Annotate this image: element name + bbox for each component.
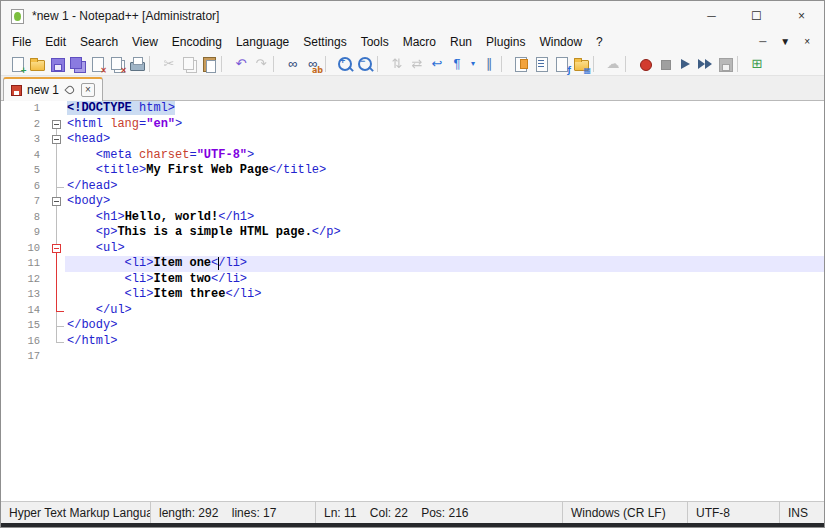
stop-recording-icon[interactable]: [656, 55, 674, 73]
line-number: 9: [1, 225, 49, 241]
minimize-button[interactable]: ─: [689, 1, 734, 31]
doc-restore-icon[interactable]: ▼: [780, 37, 790, 47]
code-line[interactable]: </ul>: [65, 303, 824, 319]
code-line[interactable]: <title>My First Web Page</title>: [65, 163, 824, 179]
code-line[interactable]: </body>: [65, 318, 824, 334]
code-token: lang: [110, 117, 139, 131]
record-macro-icon[interactable]: [636, 55, 654, 73]
code-line[interactable]: <!DOCTYPE html>: [65, 101, 824, 117]
show-symbol-dropdown-icon[interactable]: ▾: [468, 55, 478, 73]
sync-vertical-scrolling-icon[interactable]: ⇅: [388, 55, 406, 73]
code-token: Item two: [153, 272, 211, 286]
code-line[interactable]: <body>: [65, 194, 824, 210]
fold-marker[interactable]: [52, 120, 61, 129]
new-file-icon[interactable]: +: [8, 55, 26, 73]
toolbar-separator: [593, 56, 600, 72]
code-line[interactable]: <li>Item one</li>: [65, 256, 824, 272]
editor[interactable]: 1<!DOCTYPE html>2<html lang="en">3<head>…: [1, 101, 824, 501]
menu-window[interactable]: Window: [532, 33, 589, 51]
redo-icon[interactable]: ↷: [252, 55, 270, 73]
code-line[interactable]: <h1>Hello, world!</h1>: [65, 210, 824, 226]
show-all-characters-icon[interactable]: ¶: [448, 55, 466, 73]
document-list-icon[interactable]: [532, 55, 550, 73]
code-line[interactable]: <ul>: [65, 241, 824, 257]
unsaved-indicator-icon: [11, 85, 22, 96]
fold-marker[interactable]: [52, 135, 61, 144]
toolbar-separator: [273, 56, 280, 72]
code-line[interactable]: <li>Item three</li>: [65, 287, 824, 303]
menu-tools[interactable]: Tools: [354, 33, 396, 51]
code-line[interactable]: </html>: [65, 334, 824, 350]
menu-edit[interactable]: Edit: [38, 33, 73, 51]
menu-settings[interactable]: Settings: [296, 33, 353, 51]
code-line[interactable]: [65, 349, 824, 365]
line-number: 8: [1, 210, 49, 226]
fold-marker[interactable]: [52, 197, 61, 206]
paste-icon[interactable]: [200, 55, 218, 73]
code-token: >: [247, 148, 254, 162]
editor-line: 14 </ul>: [1, 303, 824, 319]
undo-icon[interactable]: ↶: [232, 55, 250, 73]
function-list-icon[interactable]: ƒ: [552, 55, 570, 73]
plugins-admin-icon[interactable]: ⊞: [748, 55, 766, 73]
code-line[interactable]: <html lang="en">: [65, 117, 824, 133]
code-line[interactable]: <li>Item two</li>: [65, 272, 824, 288]
editor-line: 13 <li>Item three</li>: [1, 287, 824, 303]
copy-icon[interactable]: [180, 55, 198, 73]
status-eol-format[interactable]: Windows (CR LF): [563, 502, 688, 523]
doc-minimize-icon[interactable]: ─: [759, 37, 766, 47]
zoom-out-icon[interactable]: −: [356, 55, 374, 73]
word-wrap-icon[interactable]: ↩: [428, 55, 446, 73]
status-insert-mode[interactable]: INS: [780, 502, 824, 523]
status-encoding[interactable]: UTF-8: [688, 502, 780, 523]
open-file-icon[interactable]: [28, 55, 46, 73]
menu-file[interactable]: File: [5, 33, 38, 51]
code-token: <li>: [125, 272, 154, 286]
close-all-icon[interactable]: ×: [108, 55, 126, 73]
run-macro-multiple-times-icon[interactable]: [696, 55, 714, 73]
menu-search[interactable]: Search: [73, 33, 125, 51]
code-token: <h1>: [96, 210, 125, 224]
replace-icon[interactable]: ∞ab: [304, 55, 322, 73]
code-token: </head>: [67, 179, 117, 193]
menu-view[interactable]: View: [125, 33, 165, 51]
code-line[interactable]: <p>This is a simple HTML page.</p>: [65, 225, 824, 241]
menu-bar: FileEditSearchViewEncodingLanguageSettin…: [1, 31, 824, 52]
code-line[interactable]: <head>: [65, 132, 824, 148]
code-token: [67, 303, 96, 317]
save-file-icon[interactable]: [48, 55, 66, 73]
zoom-in-icon[interactable]: +: [336, 55, 354, 73]
menu-plugins[interactable]: Plugins: [479, 33, 532, 51]
find-icon[interactable]: ∞: [284, 55, 302, 73]
code-line[interactable]: <meta charset="UTF-8">: [65, 148, 824, 164]
save-all-icon[interactable]: [68, 55, 86, 73]
editor-line: 7<body>: [1, 194, 824, 210]
show-indent-guide-icon[interactable]: ∥: [480, 55, 498, 73]
fold-marker[interactable]: [52, 244, 61, 253]
cut-icon[interactable]: ✂: [160, 55, 178, 73]
menu-help[interactable]: ?: [589, 33, 610, 51]
monitoring-icon[interactable]: ☁: [604, 55, 622, 73]
document-map-icon[interactable]: [512, 55, 530, 73]
menu-run[interactable]: Run: [443, 33, 479, 51]
sync-horizontal-scrolling-icon[interactable]: ⇄: [408, 55, 426, 73]
tab-pin-icon[interactable]: [64, 84, 75, 95]
folder-as-workspace-icon[interactable]: ▦: [572, 55, 590, 73]
playback-macro-icon[interactable]: [676, 55, 694, 73]
window-controls: ─ ☐ ×: [689, 1, 824, 31]
menu-macro[interactable]: Macro: [396, 33, 443, 51]
tab-new-1[interactable]: new 1 ×: [3, 77, 103, 101]
close-button[interactable]: ×: [779, 1, 824, 31]
code-line[interactable]: </head>: [65, 179, 824, 195]
menu-encoding[interactable]: Encoding: [165, 33, 229, 51]
maximize-button[interactable]: ☐: [734, 1, 779, 31]
close-file-icon[interactable]: ×: [88, 55, 106, 73]
editor-line: 5 <title>My First Web Page</title>: [1, 163, 824, 179]
code-token: <title>: [96, 163, 146, 177]
menu-language[interactable]: Language: [229, 33, 296, 51]
print-icon[interactable]: [128, 55, 146, 73]
save-recorded-macro-icon[interactable]: [716, 55, 734, 73]
doc-close-icon[interactable]: ×: [804, 37, 810, 47]
tab-close-icon[interactable]: ×: [81, 83, 95, 97]
toolbar-separator: [149, 56, 156, 72]
